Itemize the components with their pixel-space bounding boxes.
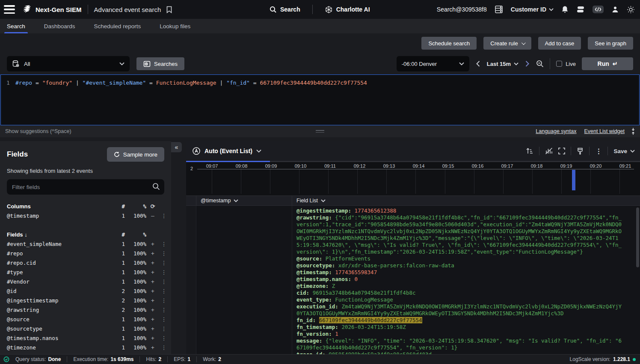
- field-row[interactable]: #repo.cid 1 100% + ⋮: [0, 258, 171, 267]
- query-editor[interactable]: 1 #repo = "foundry" | "#event_simpleName…: [0, 74, 640, 125]
- add-field-button[interactable]: +: [146, 278, 159, 285]
- filter-fields-input[interactable]: [7, 179, 164, 195]
- add-field-button[interactable]: +: [146, 344, 159, 351]
- event-field-line[interactable]: fn_version: 1: [296, 331, 623, 337]
- field-row[interactable]: @timezone 1 100% + ⋮: [0, 343, 171, 352]
- collapse-fields-panel-button[interactable]: «: [171, 142, 182, 152]
- tab[interactable]: Lookup files: [160, 19, 190, 33]
- theme-sun-icon[interactable]: [627, 6, 635, 14]
- add-field-button[interactable]: +: [146, 269, 159, 275]
- fullscreen-icon[interactable]: [558, 148, 565, 154]
- kebab-menu-icon[interactable]: ⋮: [159, 326, 169, 332]
- tab[interactable]: Search: [7, 19, 25, 33]
- sync-columns-icon[interactable]: ⟳: [146, 203, 159, 210]
- field-row[interactable]: @rawstring 2 100% + ⋮: [0, 305, 171, 314]
- event-field-line[interactable]: fn_id: 667109fec3944449b40dd227c9f77554: [296, 317, 623, 324]
- kebab-menu-icon[interactable]: ⋮: [595, 147, 602, 155]
- kebab-menu-icon[interactable]: ⋮: [159, 250, 169, 257]
- help-link[interactable]: Language syntax: [536, 128, 576, 134]
- event-field-line[interactable]: @rawstring: {"cid":"96915a3748b64a079458…: [296, 214, 623, 255]
- event-field-line[interactable]: message: {"level": "INFO", "time": "2026…: [296, 337, 623, 351]
- query-text[interactable]: #repo = "foundry" | "#event_simpleName" …: [15, 80, 367, 86]
- help-link[interactable]: Event List widget: [584, 128, 625, 134]
- add-field-button[interactable]: +: [146, 260, 159, 266]
- field-row[interactable]: #repo 1 100% + ⋮: [0, 249, 171, 258]
- event-field-line[interactable]: cid: 96915a3748b64a079458e21f1fdf4b8c: [296, 290, 623, 296]
- time-forward-button[interactable]: [524, 61, 530, 67]
- event-field-line[interactable]: @ingesttimestamp: 1774365612388: [296, 207, 623, 214]
- field-row[interactable]: @source 1 100% + ⋮: [0, 314, 171, 324]
- kebab-menu-icon[interactable]: ⋮: [159, 269, 169, 275]
- event-field-line[interactable]: fn_timestamp: 2026-03-24T15:19:58Z: [296, 324, 623, 331]
- messages-icon[interactable]: [576, 6, 585, 13]
- action-button[interactable]: See in graph: [588, 37, 633, 50]
- tab[interactable]: Dashboards: [44, 19, 75, 33]
- action-button[interactable]: Add to case: [538, 37, 581, 50]
- field-row[interactable]: #type 1 100% + ⋮: [0, 267, 171, 277]
- event-field-line[interactable]: @timestamp: 1774365598347: [296, 269, 623, 276]
- menu-icon[interactable]: [4, 5, 15, 14]
- data-connector-icon[interactable]: [495, 5, 503, 14]
- kebab-menu-icon[interactable]: ⋮: [159, 288, 169, 294]
- tab[interactable]: Scheduled reports: [94, 19, 141, 33]
- field-list-column-header[interactable]: Field List: [292, 196, 330, 205]
- kebab-menu-icon[interactable]: ⋮: [159, 335, 169, 341]
- live-toggle[interactable]: Live: [556, 61, 576, 67]
- repository-selector[interactable]: All: [7, 56, 130, 71]
- timeline-chart[interactable]: 09:0709:0809:0909:1009:1109:1209:1309:14…: [186, 162, 640, 195]
- column-row[interactable]: @timestamp 1 100% – ⋮: [0, 211, 171, 220]
- view-selector[interactable]: Auto (Event List): [192, 147, 261, 155]
- time-range-selector[interactable]: Last 15m: [487, 61, 519, 67]
- timeline-bar[interactable]: [572, 170, 575, 190]
- global-search[interactable]: Search: [270, 6, 300, 13]
- field-row[interactable]: #event_simpleName 1 100% + ⋮: [0, 239, 171, 249]
- action-button[interactable]: Create rule: [483, 37, 531, 50]
- time-back-button[interactable]: [475, 61, 481, 67]
- searches-button[interactable]: Searches: [136, 57, 184, 70]
- action-button[interactable]: Schedule search: [421, 37, 477, 50]
- event-field-line[interactable]: @sourcetype: xdr/xdr-base-parsers:falcon…: [296, 262, 623, 269]
- timestamp-column-header[interactable]: @timestamp: [196, 196, 292, 205]
- field-row[interactable]: @id 2 100% + ⋮: [0, 286, 171, 296]
- charlotte-ai[interactable]: Charlotte AI: [325, 6, 370, 14]
- event-field-line[interactable]: execution_id: Zm4taWQ9NjY3MTA5ZmVjMzk0ND…: [296, 303, 623, 317]
- bookmark-icon[interactable]: [166, 6, 172, 13]
- add-field-button[interactable]: +: [146, 307, 159, 313]
- timezone-selector[interactable]: -06:00 Denver: [397, 56, 469, 71]
- field-row[interactable]: #Vendor 1 100% + ⋮: [0, 277, 171, 286]
- kebab-menu-icon[interactable]: ⋮: [159, 241, 169, 247]
- live-checkbox[interactable]: [556, 61, 562, 67]
- kebab-menu-icon[interactable]: ⋮: [159, 344, 169, 351]
- add-field-button[interactable]: +: [146, 297, 159, 304]
- kebab-menu-icon[interactable]: ⋮: [159, 307, 169, 313]
- kebab-menu-icon[interactable]: ⋮: [159, 297, 169, 304]
- field-row[interactable]: @ingesttimestamp 2 100% + ⋮: [0, 296, 171, 305]
- add-field-button[interactable]: +: [146, 335, 159, 341]
- event-field-line[interactable]: @timezone: Z: [296, 283, 623, 290]
- collapse-editor-icon[interactable]: [631, 128, 636, 135]
- notifications-bell-icon[interactable]: [561, 6, 569, 14]
- kebab-menu-icon[interactable]: ⋮: [159, 316, 169, 323]
- user-profile-icon[interactable]: [611, 6, 619, 13]
- api-code-icon[interactable]: [593, 6, 604, 13]
- event-list-body[interactable]: @ingesttimestamp: 1774365612388 @rawstri…: [186, 206, 640, 355]
- customer-id-menu[interactable]: Customer ID: [511, 6, 554, 13]
- run-button[interactable]: Run ↵: [582, 57, 633, 70]
- add-field-button[interactable]: +: [146, 288, 159, 294]
- sample-more-button[interactable]: Sample more: [107, 147, 164, 162]
- event-field-line[interactable]: @source: PlatformEvents: [296, 255, 623, 262]
- kebab-menu-icon[interactable]: ⋮: [159, 213, 169, 219]
- hide-chart-icon[interactable]: [545, 148, 553, 154]
- field-row[interactable]: @sourcetype 1 100% + ⋮: [0, 324, 171, 333]
- event-field-line[interactable]: @timestamp.nanos: 0: [296, 276, 623, 283]
- save-menu[interactable]: Save: [613, 148, 635, 154]
- add-field-button[interactable]: +: [146, 250, 159, 257]
- kebab-menu-icon[interactable]: ⋮: [159, 278, 169, 285]
- sort-icon[interactable]: [526, 148, 533, 154]
- editor-resize-handle[interactable]: [316, 130, 324, 134]
- add-field-button[interactable]: +: [146, 316, 159, 323]
- field-row[interactable]: @timestamp.nanos 1 100% + ⋮: [0, 333, 171, 343]
- scrollbar-thumb[interactable]: [636, 207, 639, 267]
- zoom-out-icon[interactable]: [536, 60, 544, 68]
- add-field-button[interactable]: +: [146, 326, 159, 332]
